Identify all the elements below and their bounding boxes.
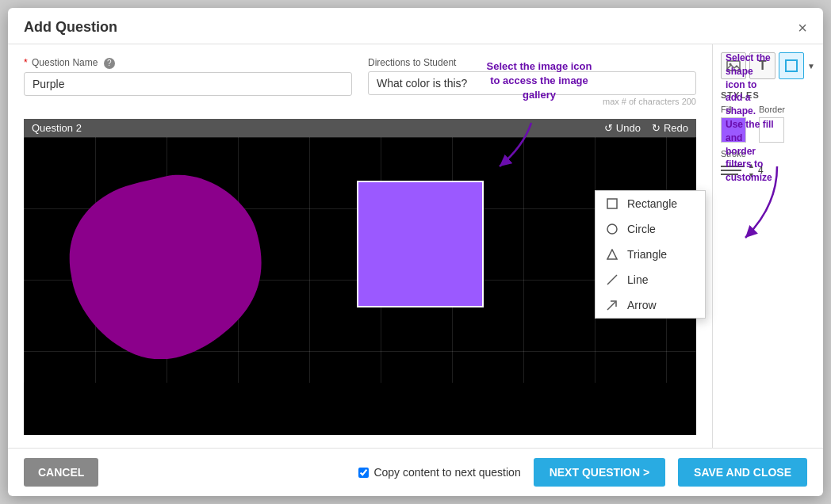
blob-shape [48, 161, 285, 359]
svg-rect-0 [727, 61, 740, 71]
canvas-label: Question 2 [32, 122, 604, 134]
styles-label: STYLES [721, 90, 815, 100]
redo-button[interactable]: ↻ Redo [652, 122, 688, 134]
save-and-close-button[interactable]: SAVE AND CLOSE [678, 458, 807, 487]
svg-line-6 [607, 275, 617, 284]
shape-line[interactable]: Line [595, 267, 705, 292]
canvas-actions: ↺ Undo ↻ Redo [604, 122, 688, 134]
right-sidebar: T ▼ STYLES Fill Borde [712, 44, 823, 448]
directions-group: Directions to Student max # of character… [368, 57, 696, 106]
shape-triangle[interactable]: Triangle [595, 242, 705, 267]
rectangle-icon [605, 197, 619, 211]
shape-icon [785, 59, 798, 72]
text-tool-button[interactable]: T [749, 52, 775, 79]
fill-label: Fill [721, 105, 732, 114]
triangle-icon [605, 247, 619, 262]
fill-color-swatch[interactable] [721, 117, 746, 143]
char-limit-text: max # of characters 200 [368, 97, 696, 106]
toolbar-row: T ▼ [721, 52, 815, 79]
arrow-icon [605, 298, 619, 312]
stroke-value: 4 [758, 165, 764, 176]
shape-tool-button[interactable] [779, 52, 804, 79]
question-name-label: * Question Name ? [24, 57, 352, 69]
question-name-input[interactable] [24, 72, 352, 96]
purple-rectangle[interactable] [357, 181, 484, 307]
question-name-group: * Question Name ? [24, 57, 352, 106]
fill-border-row: Fill Border [721, 105, 815, 143]
border-color-swatch[interactable] [759, 117, 784, 143]
line-icon [605, 273, 619, 287]
copy-checkbox-label[interactable]: Copy content to next question [358, 466, 520, 479]
help-icon: ? [104, 58, 115, 69]
border-col: Border [759, 105, 785, 143]
directions-input[interactable] [368, 71, 696, 95]
border-label: Border [759, 105, 785, 114]
fill-col: Fill [721, 105, 746, 143]
shape-rectangle[interactable]: Rectangle [595, 191, 705, 216]
shape-arrow[interactable]: Arrow [595, 292, 705, 318]
stroke-label: Stroke [721, 149, 815, 158]
canvas-toolbar: Question 2 ↺ Undo ↻ Redo [24, 119, 696, 137]
modal-footer: CANCEL Copy content to next question NEX… [8, 448, 823, 496]
shape-dropdown-arrow[interactable]: ▼ [807, 62, 815, 71]
stroke-control: ▲ ▼ 4 [721, 162, 815, 179]
svg-line-7 [607, 302, 615, 310]
next-question-button[interactable]: NEXT QUESTION > [534, 458, 665, 487]
image-tool-button[interactable] [721, 52, 746, 79]
stroke-lines [721, 166, 745, 175]
svg-rect-3 [607, 199, 617, 208]
svg-rect-2 [786, 60, 797, 71]
image-icon [726, 59, 741, 73]
copy-checkbox-input[interactable] [358, 468, 369, 478]
svg-point-4 [607, 224, 617, 234]
stroke-section: Stroke ▲ ▼ 4 [721, 149, 815, 179]
styles-section: STYLES Fill Border Stroke [721, 90, 815, 179]
shape-dropdown-menu: Rectangle Circle Triangle Line Arrow [595, 190, 706, 319]
add-question-modal: Add Question × * Question Name ? Directi… [8, 8, 823, 496]
undo-button[interactable]: ↺ Undo [604, 122, 641, 134]
stroke-arrows[interactable]: ▲ ▼ [748, 162, 755, 179]
shape-circle[interactable]: Circle [595, 216, 705, 242]
cancel-button[interactable]: CANCEL [24, 458, 98, 487]
circle-icon [605, 222, 619, 236]
directions-label: Directions to Student [368, 57, 696, 68]
modal-header: Add Question × [8, 8, 823, 44]
svg-marker-5 [607, 250, 617, 259]
form-row: * Question Name ? Directions to Student … [24, 57, 696, 106]
close-button[interactable]: × [798, 20, 807, 36]
modal-title: Add Question [24, 19, 117, 36]
